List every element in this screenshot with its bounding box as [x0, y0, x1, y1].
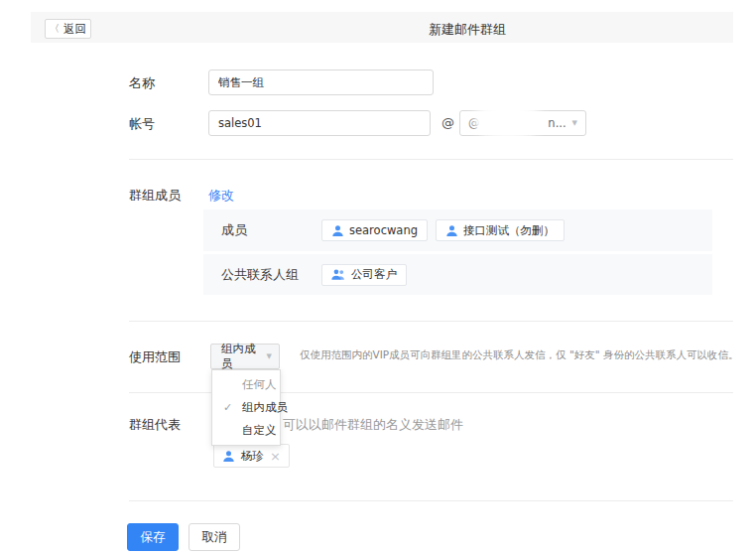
- divider: [129, 321, 733, 322]
- scope-option-anyone[interactable]: 任何人: [212, 373, 280, 396]
- member-tag: 接口测试（勿删）: [436, 219, 565, 241]
- scope-dropdown-menu: 任何人 ✓组内成员 自定义: [211, 369, 281, 446]
- representative-tag: 杨珍 ×: [213, 444, 290, 468]
- page-title: 新建邮件群组: [429, 21, 506, 39]
- contact-groups-row: 公共联系人组 公司客户: [203, 254, 712, 295]
- at-separator: @: [441, 115, 454, 130]
- contact-group-tag: 公司客户: [321, 264, 407, 286]
- members-section-label: 群组成员: [129, 187, 181, 205]
- domain-suffix: n...: [548, 116, 566, 130]
- chevron-down-icon: ▼: [267, 353, 272, 360]
- chevron-down-icon: ▼: [572, 120, 577, 127]
- save-button[interactable]: 保存: [127, 523, 179, 551]
- scope-option-group-members[interactable]: ✓组内成员: [212, 396, 280, 419]
- scope-hint-text: 仅使用范围内的VIP成员可向群组里的公共联系人发信，仅 "好友" 身份的公共联系…: [300, 348, 738, 362]
- member-tags: searocwang 接口测试（勿删）: [321, 219, 565, 241]
- scope-label: 使用范围: [129, 348, 181, 366]
- contact-group-tags: 公司客户: [321, 264, 407, 286]
- modify-members-link[interactable]: 修改: [208, 187, 234, 205]
- person-icon: [331, 224, 344, 237]
- name-label: 名称: [129, 74, 155, 92]
- header-bar: [31, 12, 733, 43]
- back-button-label: 返回: [63, 22, 86, 37]
- scope-option-label: 组内成员: [242, 400, 288, 414]
- chevron-left-icon: 〈: [50, 24, 60, 34]
- representative-label: 群组代表: [129, 416, 181, 434]
- domain-select[interactable]: @ n... ▼: [459, 110, 586, 136]
- account-input[interactable]: [208, 110, 431, 136]
- domain-prefix: @: [468, 116, 480, 130]
- members-row: 成员 searocwang 接口测试（勿删）: [203, 209, 712, 251]
- scope-select[interactable]: 组内成员 ▼: [210, 344, 280, 369]
- scope-selected-value: 组内成员: [221, 342, 267, 371]
- back-button[interactable]: 〈 返回: [45, 19, 91, 39]
- representative-name: 杨珍: [241, 449, 264, 464]
- check-icon: ✓: [223, 396, 232, 419]
- person-icon: [222, 450, 235, 463]
- cancel-button[interactable]: 取消: [189, 523, 240, 551]
- remove-icon[interactable]: ×: [270, 450, 281, 463]
- members-row-label: 成员: [221, 221, 247, 239]
- divider: [129, 500, 733, 501]
- member-tag-label: searocwang: [349, 223, 418, 237]
- name-input[interactable]: [208, 69, 434, 95]
- contact-group-tag-label: 公司客户: [351, 267, 397, 282]
- member-tag-label: 接口测试（勿删）: [463, 223, 555, 238]
- divider: [129, 159, 733, 160]
- representative-hint-text: 可以以邮件群组的名义发送邮件: [283, 416, 463, 434]
- scope-option-custom[interactable]: 自定义: [212, 419, 280, 442]
- create-mail-group-page: 〈 返回 新建邮件群组 名称 帐号 @ @ n... ▼ 群组成员 修改 成员 …: [0, 0, 756, 554]
- person-icon: [445, 224, 458, 237]
- contact-groups-row-label: 公共联系人组: [221, 266, 299, 284]
- member-tag: searocwang: [321, 219, 428, 241]
- account-label: 帐号: [129, 115, 155, 133]
- people-icon: [331, 268, 346, 281]
